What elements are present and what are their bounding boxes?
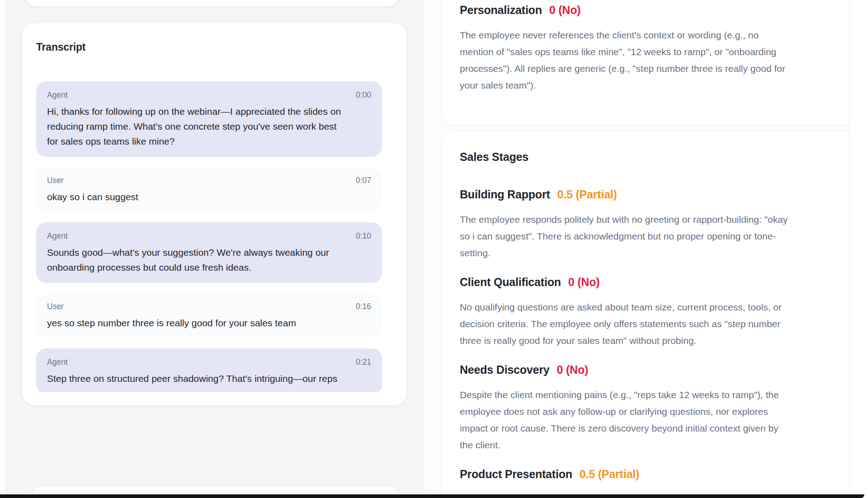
criterion-score: 0.5 (Partial)	[580, 467, 639, 481]
message-header: User 0:16	[47, 302, 371, 311]
message-text: Sounds good—what's your suggestion? We'r…	[47, 245, 371, 275]
criterion-justification: The employee never references the client…	[460, 27, 850, 94]
criterion-heading: Needs Discovery 0 (No)	[460, 363, 850, 376]
transcript-message-user: User 0:07 okay so i can suggest	[36, 169, 382, 211]
evaluation-card-personalization: Personalization 0 (No) The employee neve…	[441, 0, 850, 125]
message-timestamp: 0:21	[356, 357, 371, 367]
criterion-heading: Client Qualification 0 (No)	[460, 275, 850, 289]
criterion-score: 0 (No)	[568, 275, 600, 289]
criterion-justification: No qualifying questions are asked about …	[460, 299, 850, 349]
criterion-heading: Personalization 0 (No)	[460, 3, 850, 17]
message-text: Step three on structured peer shadowing?…	[47, 371, 371, 386]
message-speaker: Agent	[47, 357, 68, 367]
criterion-label: Personalization	[460, 3, 542, 17]
transcript-card: Transcript Agent 0:00 Hi, thanks for fol…	[22, 23, 407, 405]
transcript-message-user: User 0:16 yes so step number three is re…	[36, 295, 382, 337]
criterion-label: Product Presentation	[460, 467, 572, 481]
criterion-label: Client Qualification	[460, 275, 561, 289]
transcript-message-agent: Agent 0:00 Hi, thanks for following up o…	[36, 81, 382, 157]
evaluation-column[interactable]: Personalization 0 (No) The employee neve…	[424, 0, 850, 498]
message-timestamp: 0:00	[356, 90, 371, 100]
message-text: okay so i can suggest	[47, 189, 371, 204]
criterion-score: 0 (No)	[549, 3, 581, 17]
message-speaker: User	[47, 176, 64, 185]
transcript-message-agent: Agent 0:10 Sounds good—what's your sugge…	[36, 222, 382, 283]
message-speaker: Agent	[47, 231, 68, 241]
left-edge-rail	[0, 0, 6, 498]
stage-item-building-rapport: Building Rapport 0.5 (Partial) The emplo…	[460, 188, 850, 261]
message-timestamp: 0:10	[356, 231, 371, 241]
criterion-heading: Building Rapport 0.5 (Partial)	[460, 188, 850, 201]
previous-section-card	[26, 0, 398, 6]
stage-item-client-qualification: Client Qualification 0 (No) No qualifyin…	[460, 275, 850, 349]
transcript-message-agent-clipped: Agent 0:21 Step three on structured peer…	[36, 348, 382, 392]
criterion-justification: The employee responds politely but with …	[460, 211, 850, 261]
message-timestamp: 0:07	[356, 176, 371, 185]
criterion-justification: Despite the client mentioning pains (e.g…	[460, 386, 850, 453]
criterion-score: 0 (No)	[557, 363, 589, 376]
message-speaker: Agent	[47, 90, 68, 100]
message-text: yes so step number three is really good …	[47, 315, 371, 330]
sales-stages-title: Sales Stages	[460, 150, 850, 164]
stage-item-needs-discovery: Needs Discovery 0 (No) Despite the clien…	[460, 363, 850, 453]
message-speaker: User	[47, 302, 64, 311]
transcript-messages[interactable]: Agent 0:00 Hi, thanks for following up o…	[36, 81, 382, 392]
window-bottom-edge	[0, 494, 864, 498]
criterion-score: 0.5 (Partial)	[557, 188, 617, 201]
app-window: Transcript Agent 0:00 Hi, thanks for fol…	[0, 0, 868, 498]
message-timestamp: 0:16	[356, 302, 371, 311]
criterion-label: Building Rapport	[460, 188, 550, 201]
evaluation-card-sales-stages: Sales Stages Building Rapport 0.5 (Parti…	[441, 131, 850, 498]
message-text: Hi, thanks for following up on the webin…	[47, 104, 371, 149]
message-header: Agent 0:00	[47, 90, 371, 100]
message-header: Agent 0:21	[47, 357, 371, 367]
criterion-label: Needs Discovery	[460, 363, 550, 376]
transcript-title: Transcript	[36, 41, 382, 53]
message-header: Agent 0:10	[47, 231, 371, 241]
criterion-heading: Product Presentation 0.5 (Partial)	[460, 467, 850, 481]
stage-item-product-presentation: Product Presentation 0.5 (Partial) The e…	[460, 467, 850, 498]
transcript-column[interactable]: Transcript Agent 0:00 Hi, thanks for fol…	[6, 0, 424, 498]
message-header: User 0:07	[47, 176, 371, 185]
